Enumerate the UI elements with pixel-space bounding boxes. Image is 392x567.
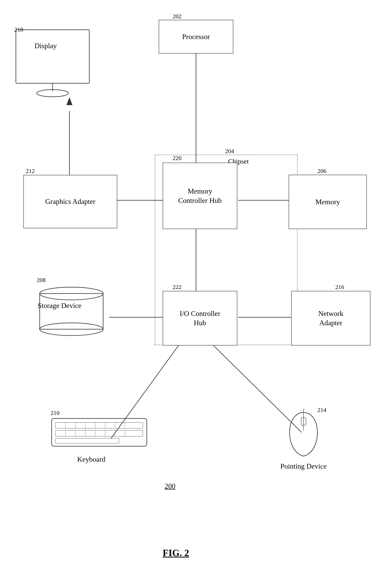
graphics-adapter-label: Graphics Adapter: [45, 197, 95, 206]
svg-rect-16: [52, 418, 147, 446]
ref-222: 222: [173, 284, 182, 290]
memory-label: Memory: [315, 197, 340, 207]
figure-label: FIG. 2: [163, 547, 189, 558]
ref-200: 200: [165, 482, 175, 490]
processor-box: Processor: [159, 20, 233, 54]
ref-202: 202: [173, 13, 182, 20]
io-controller-hub-label: I/O Controller Hub: [180, 309, 220, 328]
keyboard: [50, 416, 149, 452]
diagram-container: Chipset 204 Processor 202 Memory Control…: [0, 0, 392, 567]
processor-label: Processor: [182, 32, 210, 41]
pointing-device-label: Pointing Device: [276, 462, 331, 470]
ref-212: 212: [26, 167, 35, 174]
memory-box: Memory: [289, 175, 367, 229]
keyboard-label: Keyboard: [70, 455, 113, 463]
ref-204: 204: [225, 148, 234, 154]
ref-218: 218: [14, 26, 23, 33]
graphics-adapter-box: Graphics Adapter: [23, 175, 117, 228]
display-monitor: [12, 26, 95, 101]
ref-220: 220: [173, 155, 182, 161]
ref-206: 206: [317, 167, 326, 174]
svg-rect-17: [56, 422, 143, 428]
display-label: Display: [24, 42, 68, 50]
pointing-device: [284, 409, 323, 460]
svg-rect-18: [56, 430, 143, 436]
network-adapter-box: Network Adapter: [291, 291, 370, 346]
svg-rect-10: [16, 30, 89, 83]
svg-rect-13: [40, 293, 103, 329]
ref-208: 208: [37, 277, 46, 283]
memory-controller-hub-box: Memory Controller Hub: [163, 163, 237, 229]
storage-device: [36, 284, 107, 339]
svg-rect-19: [56, 438, 119, 443]
io-controller-hub-box: I/O Controller Hub: [163, 291, 237, 346]
storage-device-label: Storage Device: [30, 302, 89, 310]
ref-214: 214: [317, 407, 326, 413]
ref-210: 210: [51, 410, 59, 416]
ref-216: 216: [335, 284, 344, 290]
memory-controller-hub-label: Memory Controller Hub: [178, 187, 222, 205]
network-adapter-label: Network Adapter: [318, 309, 343, 328]
